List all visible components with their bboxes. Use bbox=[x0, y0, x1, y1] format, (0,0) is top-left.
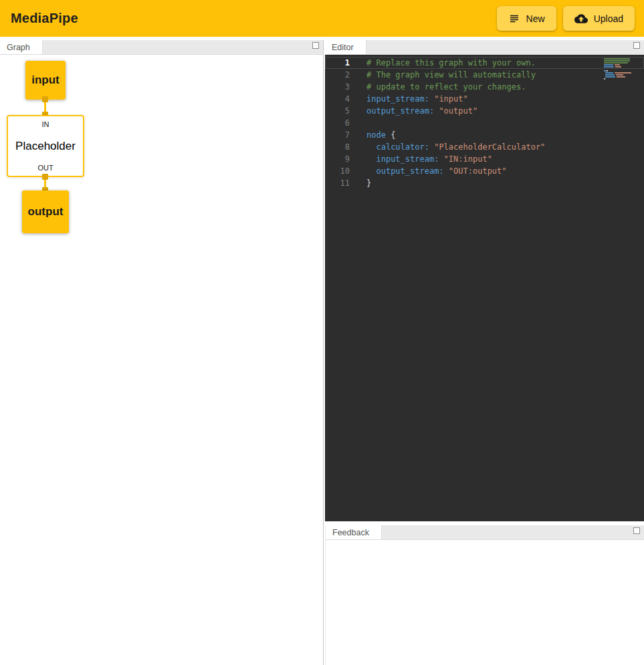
code-line[interactable]: 4input_stream: "input" bbox=[325, 93, 644, 105]
feedback-panel: Feedback bbox=[325, 525, 644, 665]
code-line[interactable]: 8 calculator: "PlaceholderCalculator" bbox=[325, 141, 644, 153]
line-number: 5 bbox=[325, 105, 350, 117]
graph-node-input-label: input bbox=[31, 74, 60, 87]
code-line[interactable]: 11} bbox=[325, 177, 644, 189]
placeholder-out-port-label: OUT bbox=[37, 164, 53, 172]
port-input-out bbox=[42, 96, 48, 102]
graph-node-input[interactable]: input bbox=[25, 61, 66, 100]
graph-node-output[interactable]: output bbox=[22, 190, 69, 233]
code-line[interactable]: 10 output_stream: "OUT:output" bbox=[325, 165, 644, 177]
cloud-upload-icon bbox=[574, 12, 588, 25]
feedback-tabbar: Feedback bbox=[326, 525, 644, 540]
app-title: MediaPipe bbox=[11, 11, 78, 26]
line-code: input_stream: "input" bbox=[350, 93, 468, 105]
tab-graph[interactable]: Graph bbox=[0, 40, 43, 54]
upload-button[interactable]: Upload bbox=[563, 6, 635, 31]
main-content: Graph input IN Placeholder OUT bbox=[0, 40, 644, 665]
topbar-actions: New Upload bbox=[497, 6, 637, 31]
tab-feedback-label: Feedback bbox=[332, 528, 369, 537]
line-code: # update to reflect your changes. bbox=[350, 81, 526, 93]
code-line[interactable]: 1# Replace this graph with your own. bbox=[325, 57, 644, 69]
line-number: 3 bbox=[325, 81, 350, 93]
line-code: } bbox=[350, 177, 371, 189]
line-code: output_stream: "output" bbox=[350, 105, 477, 117]
line-number: 4 bbox=[325, 93, 350, 105]
line-number: 1 bbox=[325, 57, 350, 69]
line-code: input_stream: "IN:input" bbox=[350, 153, 492, 165]
upload-button-label: Upload bbox=[594, 13, 623, 24]
code-line[interactable]: 9 input_stream: "IN:input" bbox=[325, 153, 644, 165]
code-editor[interactable]: 1# Replace this graph with your own.2# T… bbox=[325, 55, 644, 521]
tab-feedback[interactable]: Feedback bbox=[326, 525, 382, 539]
line-code: output_stream: "OUT:output" bbox=[350, 165, 507, 177]
graph-node-output-label: output bbox=[28, 205, 64, 219]
editor-minimap[interactable] bbox=[604, 58, 635, 80]
line-code: # The graph view will automatically bbox=[350, 69, 536, 81]
feedback-popout-icon[interactable] bbox=[633, 527, 640, 534]
line-code: node { bbox=[350, 129, 395, 141]
placeholder-node-title: Placeholder bbox=[15, 140, 76, 153]
code-line[interactable]: 3# update to reflect your changes. bbox=[325, 81, 644, 93]
graph-popout-icon[interactable] bbox=[312, 42, 319, 49]
right-column: Editor 1# Replace this graph with your o… bbox=[325, 40, 644, 665]
line-code: # Replace this graph with your own. bbox=[350, 57, 536, 69]
line-number: 11 bbox=[325, 177, 350, 189]
menu-lines-icon bbox=[508, 13, 520, 25]
line-number: 8 bbox=[325, 141, 350, 153]
top-bar: MediaPipe New Upload bbox=[0, 0, 644, 37]
line-code bbox=[350, 117, 366, 129]
mediapipe-visualizer-app: MediaPipe New Upload Graph bbox=[0, 0, 644, 665]
code-line[interactable]: 7node { bbox=[325, 129, 644, 141]
editor-popout-icon[interactable] bbox=[633, 42, 640, 49]
line-number: 7 bbox=[325, 129, 350, 141]
feedback-content bbox=[326, 540, 644, 665]
placeholder-in-port-label: IN bbox=[42, 120, 49, 128]
tab-graph-label: Graph bbox=[7, 43, 30, 52]
editor-panel: Editor 1# Replace this graph with your o… bbox=[325, 40, 644, 521]
line-number: 2 bbox=[325, 69, 350, 81]
line-number: 10 bbox=[325, 165, 350, 177]
new-button-label: New bbox=[526, 13, 545, 24]
graph-node-placeholder[interactable]: IN Placeholder OUT bbox=[7, 115, 84, 177]
tab-editor[interactable]: Editor bbox=[325, 40, 366, 54]
line-code: calculator: "PlaceholderCalculator" bbox=[350, 141, 545, 153]
line-number: 9 bbox=[325, 153, 350, 165]
graph-canvas[interactable]: input IN Placeholder OUT output bbox=[0, 55, 323, 665]
tab-editor-label: Editor bbox=[332, 43, 354, 52]
new-button[interactable]: New bbox=[497, 6, 556, 31]
graph-tabbar: Graph bbox=[0, 40, 323, 55]
editor-code-lines: 1# Replace this graph with your own.2# T… bbox=[325, 57, 644, 189]
graph-panel: Graph input IN Placeholder OUT bbox=[0, 40, 324, 665]
editor-tabbar: Editor bbox=[325, 40, 644, 55]
code-line[interactable]: 5output_stream: "output" bbox=[325, 105, 644, 117]
code-line[interactable]: 6 bbox=[325, 117, 644, 129]
line-number: 6 bbox=[325, 117, 350, 129]
port-placeholder-out bbox=[42, 174, 48, 180]
code-line[interactable]: 2# The graph view will automatically bbox=[325, 69, 644, 81]
